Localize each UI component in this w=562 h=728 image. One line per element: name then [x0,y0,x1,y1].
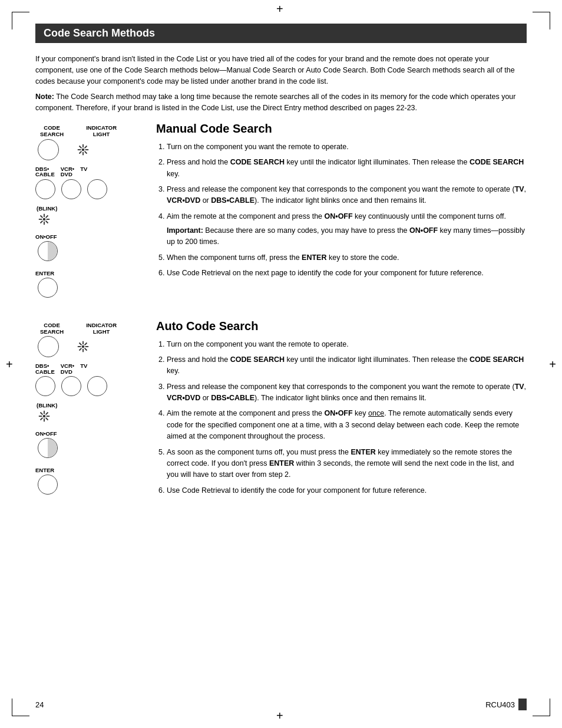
crosshair-top [275,5,287,17]
svg-line-22 [80,343,82,345]
svg-line-25 [80,348,82,351]
tv-label-auto: TV [80,363,87,374]
diag-top-labels-auto: CODESEARCH INDICATORLIGHT [35,322,144,335]
svg-line-4 [80,146,82,148]
manual-diagram-onoff: ON•OFF [35,233,144,263]
manual-diagram-enter: ENTER [35,270,144,299]
onoff-button-manual[interactable] [38,241,58,261]
manual-diagram: CODESEARCH INDICATORLIGHT [35,122,144,303]
manual-step-6: Use Code Retrieval on the next page to i… [167,268,527,279]
svg-line-14 [46,220,48,223]
dbs-label-row-auto: DBS•CABLE VCR•DVD TV [35,363,144,374]
three-buttons-auto [35,376,144,396]
vcr-button-manual[interactable] [61,179,81,199]
auto-step-6: Use Code Retrieval to identify the code … [167,485,527,496]
manual-step-1: Turn on the component you want the remot… [167,141,527,153]
code-search-label-auto: CODESEARCH [40,322,64,335]
intro-main-text: If your component's brand isn't listed i… [35,54,527,87]
manual-step-5: When the component turns off, press the … [167,252,527,263]
manual-step-4: Aim the remote at the component and pres… [167,211,527,248]
svg-line-32 [46,418,48,420]
dbs-button-auto[interactable] [35,376,55,396]
manual-section: CODESEARCH INDICATORLIGHT [35,122,527,303]
blink-icon-auto [38,410,51,423]
important-label: Important: [167,226,203,235]
svg-line-34 [41,418,43,420]
auto-diagram-onoff: ON•OFF [35,430,144,460]
svg-line-6 [85,146,87,148]
manual-text-section: Manual Code Search Turn on the component… [156,122,527,303]
tv-button-manual[interactable] [87,179,107,199]
auto-step-2: Press and hold the CODE SEARCH key until… [167,354,527,377]
indicator-light-label-auto: INDICATORLIGHT [86,322,117,335]
three-buttons-manual [35,179,144,199]
note-text: The Code Search method may take a long t… [35,93,515,112]
svg-line-5 [85,151,87,153]
indicator-light-icon-auto [77,340,90,353]
intro-note: Note: The Code Search method may take a … [35,91,527,114]
tv-label-manual: TV [80,166,87,177]
onoff-label-manual: ON•OFF [35,233,144,240]
manual-diagram-dbs: DBS•CABLE VCR•DVD TV [35,166,144,199]
dbs-label-row-manual: DBS•CABLE VCR•DVD TV [35,166,144,177]
svg-line-23 [85,348,87,351]
auto-steps-list: Turn on the component you want the remot… [156,339,527,497]
svg-point-8 [82,148,85,151]
vcr-dvd-label-auto: VCR•DVD [61,363,74,374]
auto-diagram: CODESEARCH INDICATORLIGHT [35,319,144,501]
svg-line-13 [41,215,43,218]
blink-label-manual: (BLINK) [37,205,144,212]
svg-point-35 [43,415,46,418]
page: Code Search Methods If your component's … [0,0,562,728]
auto-diagram-enter: ENTER [35,467,144,496]
onoff-label-auto: ON•OFF [35,430,144,437]
dbs-button-manual[interactable] [35,179,55,199]
corner-mark-bl [12,699,29,716]
blink-icon-manual [38,213,51,226]
manual-step-3: Press and release the component key that… [167,184,527,207]
page-title: Code Search Methods [35,24,527,43]
vcr-button-auto[interactable] [61,376,81,396]
onoff-button-auto[interactable] [38,438,58,458]
corner-mark-br [533,699,550,716]
svg-line-16 [41,220,43,223]
model-bar-icon [518,699,527,710]
code-search-button-manual[interactable] [38,139,59,160]
crosshair-left [6,357,13,371]
manual-heading: Manual Code Search [156,122,527,136]
blink-label-auto: (BLINK) [37,402,144,409]
enter-button-auto[interactable] [38,475,58,495]
code-search-button-auto[interactable] [38,336,59,357]
note-label: Note: [35,93,54,101]
page-number: 24 [35,700,44,709]
dbs-cable-label-manual: DBS•CABLE [35,166,55,177]
enter-label-manual: ENTER [35,270,144,276]
model-text: RCU403 [485,700,515,709]
bottom-bar: 24 RCU403 [35,699,527,710]
auto-step-3: Press and release the component key that… [167,381,527,404]
svg-point-26 [82,345,85,348]
diag-top-labels-manual: CODESEARCH INDICATORLIGHT [35,124,144,138]
svg-line-31 [41,413,43,415]
crosshair-bottom [275,711,287,723]
crosshair-right [549,357,556,371]
auto-diagram-top: CODESEARCH INDICATORLIGHT [35,322,144,358]
svg-line-7 [80,151,82,153]
enter-button-manual[interactable] [38,278,58,298]
auto-step-5: As soon as the component turns off, you … [167,447,527,481]
indicator-light-label-manual: INDICATORLIGHT [86,124,117,138]
tv-button-auto[interactable] [87,376,107,396]
auto-heading: Auto Code Search [156,319,527,333]
corner-mark-tr [533,12,550,29]
manual-step-2: Press and hold the CODE SEARCH key until… [167,157,527,180]
auto-diagram-dbs: DBS•CABLE VCR•DVD TV [35,363,144,396]
enter-label-auto: ENTER [35,467,144,473]
auto-step-1: Turn on the component you want the remot… [167,339,527,350]
auto-step-4: Aim the remote at the component and pres… [167,408,527,442]
manual-diagram-top: CODESEARCH INDICATORLIGHT [35,124,144,160]
svg-line-33 [46,413,48,415]
model-number: RCU403 [485,699,527,710]
dbs-cable-label-auto: DBS•CABLE [35,363,55,374]
svg-point-17 [43,218,46,220]
important-text: Because there are so many codes, you may… [167,226,525,246]
